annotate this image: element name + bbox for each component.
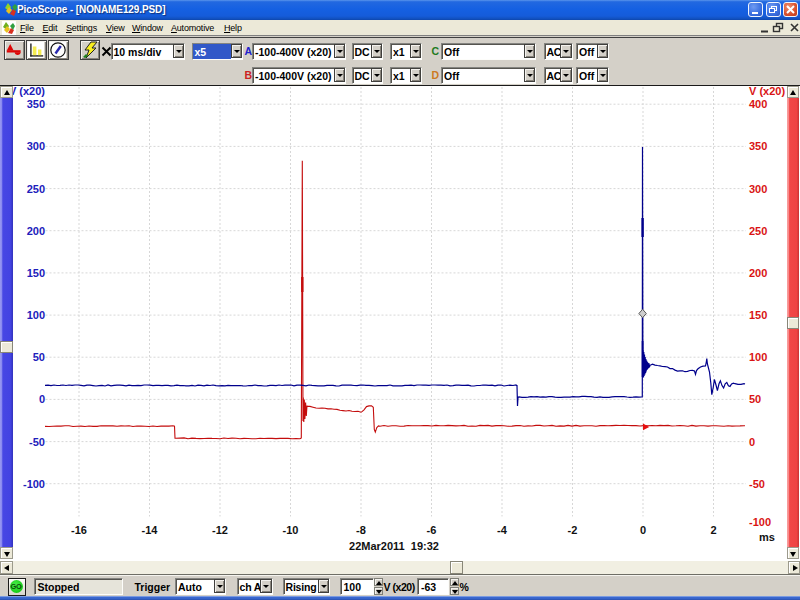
svg-text:350: 350 bbox=[749, 140, 767, 152]
svg-text:50: 50 bbox=[33, 351, 45, 363]
svg-text:-16: -16 bbox=[71, 524, 87, 536]
svg-text:-14: -14 bbox=[142, 524, 159, 536]
svg-text:ms: ms bbox=[759, 531, 775, 543]
svg-text:-50: -50 bbox=[29, 436, 45, 448]
svg-text:300: 300 bbox=[749, 183, 767, 195]
svg-text:100: 100 bbox=[749, 351, 767, 363]
svg-text:-10: -10 bbox=[283, 524, 299, 536]
svg-text:-2: -2 bbox=[568, 524, 578, 536]
svg-text:0: 0 bbox=[640, 524, 646, 536]
svg-text:150: 150 bbox=[749, 309, 767, 321]
svg-text:-50: -50 bbox=[749, 478, 765, 490]
svg-text:150: 150 bbox=[27, 267, 45, 279]
svg-text:50: 50 bbox=[749, 393, 761, 405]
svg-text:22Mar2011 19:32: 22Mar2011 19:32 bbox=[349, 540, 439, 552]
svg-text:0: 0 bbox=[749, 436, 755, 448]
svg-text:-4: -4 bbox=[497, 524, 508, 536]
svg-text:2: 2 bbox=[710, 524, 716, 536]
svg-text:-8: -8 bbox=[356, 524, 366, 536]
svg-text:-12: -12 bbox=[212, 524, 228, 536]
svg-text:0: 0 bbox=[39, 393, 45, 405]
svg-text:200: 200 bbox=[27, 225, 45, 237]
svg-text:V (x20): V (x20) bbox=[9, 86, 45, 97]
svg-text:250: 250 bbox=[27, 183, 45, 195]
svg-text:-6: -6 bbox=[427, 524, 437, 536]
svg-text:350: 350 bbox=[27, 98, 45, 110]
svg-text:400: 400 bbox=[749, 98, 767, 110]
svg-text:-100: -100 bbox=[749, 516, 771, 528]
svg-text:100: 100 bbox=[27, 309, 45, 321]
svg-text:300: 300 bbox=[27, 140, 45, 152]
svg-text:-100: -100 bbox=[23, 478, 45, 490]
svg-text:200: 200 bbox=[749, 267, 767, 279]
svg-text:V (x20): V (x20) bbox=[749, 86, 785, 97]
svg-text:250: 250 bbox=[749, 225, 767, 237]
